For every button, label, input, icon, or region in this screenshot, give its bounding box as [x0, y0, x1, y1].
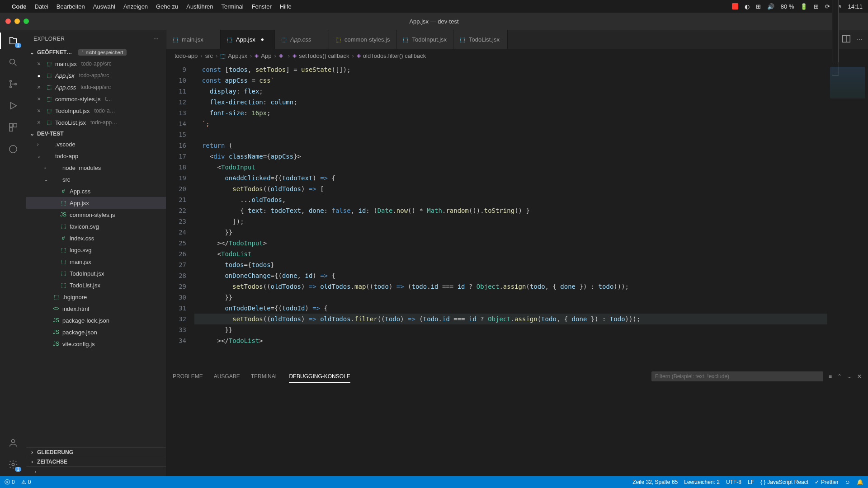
code-line[interactable]: setTodos((oldTodos) => [ [194, 183, 827, 194]
line-number[interactable]: 24 [168, 227, 186, 238]
filter-settings-icon[interactable]: ≡ [829, 373, 832, 380]
menubar-item[interactable]: Hilfe [280, 3, 292, 10]
code-line[interactable] [194, 129, 827, 140]
status-language[interactable]: { } JavaScript React [760, 479, 808, 485]
debug-console-body[interactable] [166, 385, 868, 476]
zoom-window-button[interactable] [24, 19, 29, 24]
code-line[interactable]: font-size: 16px; [194, 108, 827, 118]
code-line[interactable]: `; [194, 118, 827, 129]
status-indentation[interactable]: Leerzeichen: 2 [684, 479, 720, 485]
line-number[interactable]: 30 [168, 292, 186, 303]
status-prettier[interactable]: Prettier [815, 479, 839, 485]
tree-file[interactable]: ⬚ logo.svg [26, 244, 166, 256]
close-icon[interactable] [35, 60, 42, 67]
line-number[interactable]: 20 [168, 183, 186, 194]
code-line[interactable]: setTodos((oldTodos) => oldTodos.filter((… [194, 314, 827, 324]
open-editor-item[interactable]: ⬚ TodoInput.jsx todo-a… [26, 105, 166, 117]
open-editors-header[interactable]: ⌄ GEÖFFNET… 1 nicht gespeichert [26, 48, 166, 57]
status-bell-icon[interactable]: 🔔 [857, 479, 863, 485]
line-number[interactable]: 23 [168, 216, 186, 227]
line-number[interactable]: 11 [168, 86, 186, 97]
menubar-app[interactable]: Code [12, 3, 27, 10]
tree-file[interactable]: # index.css [26, 232, 166, 244]
search-icon[interactable] [7, 56, 19, 69]
panel-chevron-icon[interactable]: ⌄ [847, 373, 852, 380]
tree-folder[interactable]: › .vscode [26, 138, 166, 150]
tree-file[interactable]: JS package-lock.json [26, 314, 166, 326]
close-icon[interactable] [35, 84, 42, 91]
status-cursor-position[interactable]: Zeile 32, Spalte 65 [632, 479, 678, 485]
editor-tab[interactable]: ⬚ common-styles.js [329, 30, 396, 49]
minimize-window-button[interactable] [14, 19, 20, 24]
menubar-item[interactable]: Anzeigen [123, 3, 148, 10]
tree-file[interactable]: ⬚ TodoList.jsx [26, 279, 166, 291]
code-line[interactable]: const appCss = css` [194, 75, 827, 86]
status-eol[interactable]: LF [748, 479, 754, 485]
code-editor[interactable]: const [todos, setTodos] = useState([]); … [194, 62, 827, 368]
close-icon[interactable] [35, 95, 42, 103]
code-line[interactable]: todos={todos} [194, 259, 827, 270]
line-number[interactable]: 34 [168, 335, 186, 346]
line-number[interactable]: 21 [168, 194, 186, 205]
code-line[interactable]: onTodoDelete={(todoId) => { [194, 303, 827, 314]
code-line[interactable]: onDoneChange={(done, id) => { [194, 270, 827, 281]
line-number[interactable]: 26 [168, 249, 186, 259]
menubar-item[interactable]: Datei [35, 3, 48, 10]
line-number[interactable]: 22 [168, 205, 186, 216]
panel-maximize-icon[interactable]: ⌃ [837, 373, 842, 380]
code-line[interactable]: const [todos, setTodos] = useState([]); [194, 64, 827, 75]
tree-folder[interactable]: › node_modules [26, 162, 166, 174]
open-editor-item[interactable]: ⬚ common-styles.js t… [26, 93, 166, 105]
line-number[interactable]: 19 [168, 173, 186, 183]
line-number[interactable]: 9 [168, 64, 186, 75]
tree-file[interactable]: # App.css [26, 185, 166, 197]
code-line[interactable]: }} [194, 227, 827, 238]
menubar-item[interactable]: Auswahl [93, 3, 115, 10]
breadcrumb-segment[interactable]: todo-app [175, 52, 198, 59]
remote-icon[interactable] [7, 143, 19, 155]
panel-tab[interactable]: AUSGABE [214, 371, 240, 382]
tree-file[interactable]: JS package.json [26, 326, 166, 338]
code-line[interactable]: { text: todoText, done: false, id: (Date… [194, 205, 827, 216]
menubar-item[interactable]: Terminal [222, 3, 244, 10]
line-number[interactable]: 29 [168, 281, 186, 292]
menubar-item[interactable]: Gehe zu [156, 3, 178, 10]
tree-file[interactable]: ⬚ main.jsx [26, 256, 166, 267]
line-number[interactable]: 10 [168, 75, 186, 86]
breadcrumb-segment[interactable]: ◈App [255, 52, 271, 59]
close-icon[interactable] [35, 119, 42, 126]
status-feedback-icon[interactable]: ☺ [845, 479, 850, 485]
breadcrumb-segment[interactable]: ◈setTodos() callback [292, 52, 349, 59]
line-number[interactable]: 14 [168, 118, 186, 129]
line-number[interactable]: 25 [168, 238, 186, 249]
tree-file[interactable]: ⬚ App.jsx [26, 197, 166, 209]
open-editor-item[interactable]: ⬚ TodoList.jsx todo-app… [26, 117, 166, 128]
editor-tab[interactable]: ⬚ main.jsx [166, 30, 221, 49]
panel-tab[interactable]: TERMINAL [251, 371, 278, 382]
line-number[interactable]: 17 [168, 151, 186, 162]
minimap[interactable] [827, 62, 868, 368]
status-encoding[interactable]: UTF-8 [726, 479, 741, 485]
line-gutter[interactable]: 9101112131415161718192021222324252627282… [166, 62, 194, 368]
editor-tab[interactable]: ⬚ TodoInput.jsx [396, 30, 453, 49]
code-line[interactable]: setTodos((oldTodos) => oldTodos.map((tod… [194, 281, 827, 292]
breadcrumb-toggle[interactable]: › [26, 466, 166, 476]
accounts-icon[interactable] [7, 436, 19, 449]
project-header[interactable]: ⌄ DEV-TEST [26, 129, 166, 138]
dirty-indicator-icon[interactable] [35, 72, 42, 79]
code-line[interactable]: ></TodoInput> [194, 238, 827, 249]
debug-filter-input[interactable] [651, 371, 823, 381]
code-line[interactable]: <TodoList [194, 249, 827, 259]
timeline-header[interactable]: › ZEITACHSE [26, 457, 166, 466]
tree-file[interactable]: ⬚ favicon.svg [26, 221, 166, 232]
tree-file[interactable]: JS common-styles.js [26, 209, 166, 221]
line-number[interactable]: 13 [168, 108, 186, 118]
code-line[interactable]: ]); [194, 216, 827, 227]
breadcrumb-segment[interactable]: src [205, 52, 213, 59]
breadcrumb-segment[interactable]: ◈ [279, 52, 285, 59]
close-icon[interactable] [35, 107, 42, 114]
source-control-icon[interactable] [7, 78, 19, 90]
line-number[interactable]: 28 [168, 270, 186, 281]
open-editor-item[interactable]: ⬚ main.jsx todo-app/src [26, 58, 166, 70]
line-number[interactable]: 18 [168, 162, 186, 173]
